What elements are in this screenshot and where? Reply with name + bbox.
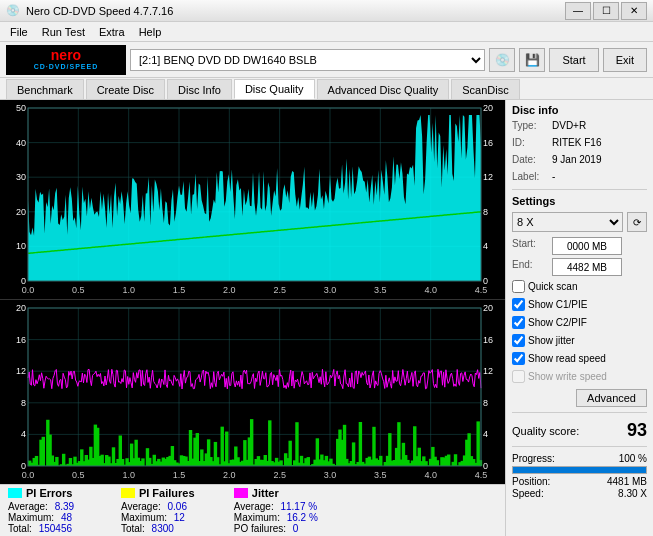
show-read-speed-row: Show read speed (512, 352, 647, 365)
show-write-speed-row: Show write speed (512, 370, 647, 383)
show-write-speed-checkbox (512, 370, 525, 383)
maximize-button[interactable]: ☐ (593, 2, 619, 20)
main-content: PI Errors Average: 8.39 Maximum: 48 Tota… (0, 100, 653, 536)
exit-button[interactable]: Exit (603, 48, 647, 72)
show-c2-pif-row: Show C2/PIF (512, 316, 647, 329)
pi-errors-legend: PI Errors Average: 8.39 Maximum: 48 Tota… (8, 487, 101, 534)
tab-disc-info[interactable]: Disc Info (167, 79, 232, 99)
divider-1 (512, 189, 647, 190)
progress-bar-container (512, 466, 647, 474)
disc-label-row: Label: - (512, 170, 647, 184)
menu-file[interactable]: File (4, 25, 34, 39)
disc-icon-button[interactable]: 💿 (489, 48, 515, 72)
title-bar-text: Nero CD-DVD Speed 4.7.7.16 (26, 5, 173, 17)
show-read-speed-checkbox[interactable] (512, 352, 525, 365)
disc-date-row: Date: 9 Jan 2019 (512, 153, 647, 167)
end-mb-input[interactable] (552, 258, 622, 276)
pi-failures-color (121, 488, 135, 498)
position-row: Position: 4481 MB (512, 476, 647, 487)
pi-errors-color (8, 488, 22, 498)
minimize-button[interactable]: — (565, 2, 591, 20)
save-button[interactable]: 💾 (519, 48, 545, 72)
tab-create-disc[interactable]: Create Disc (86, 79, 165, 99)
show-c1-pie-checkbox[interactable] (512, 298, 525, 311)
drive-selector[interactable]: [2:1] BENQ DVD DD DW1640 BSLB (130, 49, 485, 71)
progress-row: Progress: 100 % (512, 453, 647, 464)
show-c2-pif-checkbox[interactable] (512, 316, 525, 329)
end-mb-row: End: (512, 258, 647, 276)
disc-type-row: Type: DVD+R (512, 119, 647, 133)
menu-extra[interactable]: Extra (93, 25, 131, 39)
tab-scan-disc[interactable]: ScanDisc (451, 79, 519, 99)
window-controls[interactable]: — ☐ ✕ (565, 2, 647, 20)
tab-advanced-disc-quality[interactable]: Advanced Disc Quality (317, 79, 450, 99)
settings-title: Settings (512, 195, 647, 207)
quality-score-row: Quality score: 93 (512, 420, 647, 441)
close-button[interactable]: ✕ (621, 2, 647, 20)
logo: nero CD·DVD/SPEED (6, 45, 126, 75)
jitter-color (234, 488, 248, 498)
settings-icon-button[interactable]: ⟳ (627, 212, 647, 232)
menu-help[interactable]: Help (133, 25, 168, 39)
quick-scan-row: Quick scan (512, 280, 647, 293)
pi-failures-legend: PI Failures Average: 0.06 Maximum: 12 To… (121, 487, 214, 534)
start-mb-input[interactable] (552, 237, 622, 255)
divider-3 (512, 446, 647, 447)
toolbar: nero CD·DVD/SPEED [2:1] BENQ DVD DD DW16… (0, 42, 653, 78)
speed-selector[interactable]: 8 X (512, 212, 623, 232)
disc-id-row: ID: RITEK F16 (512, 136, 647, 150)
advanced-button[interactable]: Advanced (576, 389, 647, 407)
app-icon: 💿 (6, 4, 20, 17)
title-bar: 💿 Nero CD-DVD Speed 4.7.7.16 — ☐ ✕ (0, 0, 653, 22)
divider-2 (512, 412, 647, 413)
progress-section: Progress: 100 % Position: 4481 MB Speed:… (512, 452, 647, 500)
right-panel: Disc info Type: DVD+R ID: RITEK F16 Date… (505, 100, 653, 536)
start-mb-row: Start: (512, 237, 647, 255)
legend: PI Errors Average: 8.39 Maximum: 48 Tota… (0, 484, 505, 536)
show-c1-pie-row: Show C1/PIE (512, 298, 647, 311)
progress-bar-fill (513, 467, 646, 473)
show-jitter-row: Show jitter (512, 334, 647, 347)
speed-setting-row: 8 X ⟳ (512, 212, 647, 232)
tab-bar: Benchmark Create Disc Disc Info Disc Qua… (0, 78, 653, 100)
tab-disc-quality[interactable]: Disc Quality (234, 79, 315, 99)
quick-scan-checkbox[interactable] (512, 280, 525, 293)
bottom-chart (0, 300, 505, 484)
start-button[interactable]: Start (549, 48, 598, 72)
top-chart (0, 100, 505, 300)
menu-run-test[interactable]: Run Test (36, 25, 91, 39)
jitter-legend: Jitter Average: 11.17 % Maximum: 16.2 % … (234, 487, 333, 534)
tab-benchmark[interactable]: Benchmark (6, 79, 84, 99)
speed-row: Speed: 8.30 X (512, 488, 647, 499)
disc-info-title: Disc info (512, 104, 647, 116)
show-jitter-checkbox[interactable] (512, 334, 525, 347)
menu-bar: File Run Test Extra Help (0, 22, 653, 42)
